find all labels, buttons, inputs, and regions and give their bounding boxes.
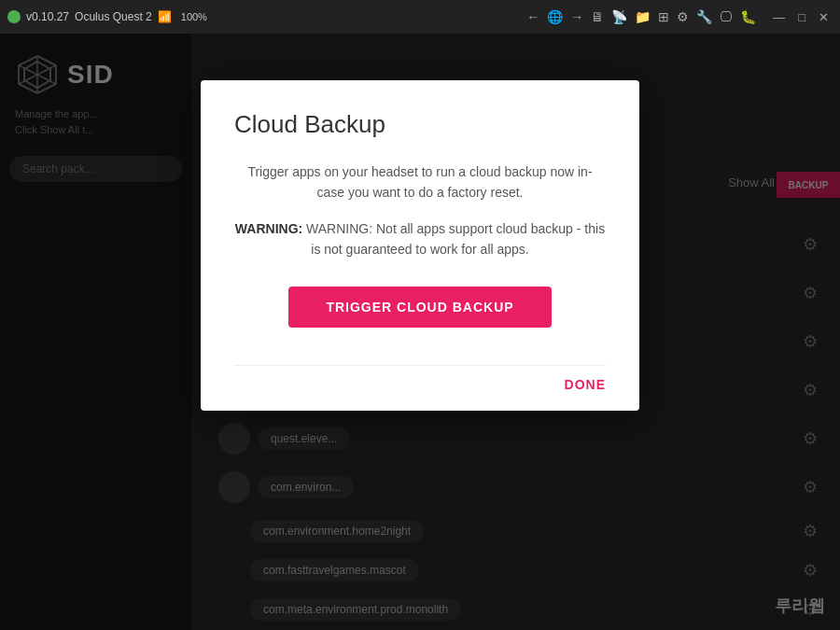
- nav-wrench-icon[interactable]: 🔧: [696, 9, 712, 24]
- wifi-icon: 📶: [158, 10, 172, 23]
- nav-monitor-icon[interactable]: 🖥: [591, 9, 604, 24]
- nav-screen-icon[interactable]: 🖵: [720, 9, 733, 24]
- modal-title: Cloud Backup: [234, 110, 606, 139]
- status-dot: [7, 10, 21, 23]
- minimize-button[interactable]: —: [769, 8, 789, 26]
- battery-level: 100%: [181, 11, 207, 22]
- nav-back-icon[interactable]: ←: [526, 9, 539, 24]
- cloud-backup-modal: Cloud Backup Trigger apps on your headse…: [201, 80, 639, 411]
- title-bar: v0.10.27 Oculus Quest 2 📶 100% ← 🌐 → 🖥 📡…: [0, 0, 840, 34]
- nav-globe-icon[interactable]: 🌐: [547, 9, 563, 24]
- nav-forward-icon[interactable]: →: [570, 9, 583, 24]
- trigger-cloud-backup-button[interactable]: TRIGGER CLOUD BACKUP: [288, 287, 551, 328]
- window-controls: — □ ✕: [769, 8, 833, 26]
- nav-grid-icon[interactable]: ⊞: [658, 9, 669, 24]
- modal-footer: DONE: [234, 365, 606, 392]
- modal-description: Trigger apps on your headset to run a cl…: [234, 161, 606, 203]
- app-version: v0.10.27: [26, 10, 69, 23]
- nav-folder-icon[interactable]: 📁: [635, 9, 651, 24]
- nav-controls: ← 🌐 → 🖥 📡 📁 ⊞ ⚙ 🔧 🖵 🐛: [526, 9, 756, 24]
- nav-wifi-icon[interactable]: 📡: [611, 9, 627, 24]
- device-name: Oculus Quest 2: [75, 10, 152, 23]
- restore-button[interactable]: □: [794, 8, 809, 26]
- main-area: SID Manage the app... Click Show All t..…: [0, 34, 840, 630]
- modal-warning: WARNING: WARNING: Not all apps support c…: [234, 218, 606, 260]
- nav-tools-icon[interactable]: ⚙: [677, 9, 689, 24]
- done-button[interactable]: DONE: [565, 377, 606, 392]
- close-button[interactable]: ✕: [815, 8, 833, 26]
- nav-bug-icon[interactable]: 🐛: [740, 9, 756, 24]
